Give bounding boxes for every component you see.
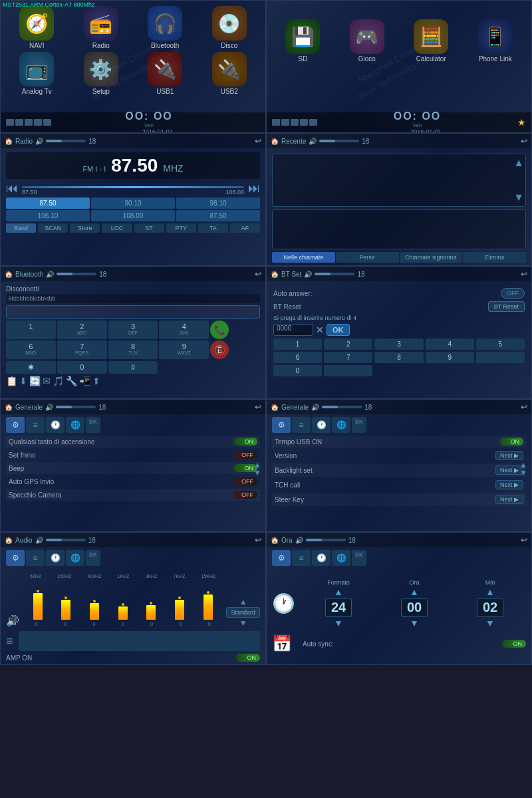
home-icon-audio[interactable]: 🏠 <box>5 537 13 544</box>
ns-6[interactable]: 6 <box>273 352 322 363</box>
ora-tab-globe[interactable]: 🌐 <box>332 550 350 566</box>
standard-btn[interactable]: Standard <box>226 607 260 618</box>
rb-pty[interactable]: PTY <box>166 223 196 233</box>
gen-r-tab-gear[interactable]: ⚙ <box>272 417 291 433</box>
toggle-usb[interactable]: ON <box>499 438 523 446</box>
call-red-btn[interactable]: 📵 <box>210 340 229 359</box>
menu-item-phonelink[interactable]: 📱 Phone Link <box>465 19 527 63</box>
menu-item-usb1[interactable]: 🔌 USB1 <box>134 52 196 95</box>
back-icon-gen-l[interactable]: ↩ <box>255 402 261 412</box>
audio-tab-gear[interactable]: ⚙ <box>6 550 25 566</box>
menu-item-sd[interactable]: 💾 SD <box>272 19 334 63</box>
num-7[interactable]: 7PQRS <box>57 340 107 359</box>
num-6[interactable]: 6MNO <box>6 340 56 359</box>
pin-clear-icon[interactable]: ✕ <box>316 325 324 335</box>
ora-tab-bk[interactable]: BK <box>352 550 366 566</box>
bt-reset-btn[interactable]: BT Reset <box>488 301 525 312</box>
menu-item-bluetooth[interactable]: 🎧 Bluetooth <box>134 6 196 49</box>
gen-r-tab-eq[interactable]: ≡ <box>292 417 311 433</box>
next-freq-btn[interactable]: ⏭ <box>248 182 260 196</box>
next-tch[interactable]: Next ▶ <box>495 480 523 489</box>
vol-slider-gen-r[interactable] <box>322 406 362 408</box>
preset-5[interactable]: 108.00 <box>91 210 175 221</box>
audio-tab-globe[interactable]: 🌐 <box>66 550 84 566</box>
formato-up[interactable]: ▲ <box>334 587 343 597</box>
bt-disconn-label[interactable]: Disconnetti <box>6 285 260 293</box>
rb-af[interactable]: AF <box>230 223 260 233</box>
num-1[interactable]: 1 <box>6 321 56 339</box>
rb-scan[interactable]: SCAN <box>38 223 68 233</box>
gen-tab-eq[interactable]: ≡ <box>26 417 45 433</box>
ns-7[interactable]: 7 <box>324 352 372 363</box>
scroll-dn-gen-r[interactable]: ▼ <box>519 469 527 477</box>
toggle-freno[interactable]: OFF <box>233 451 257 459</box>
formato-dn[interactable]: ▼ <box>334 618 343 628</box>
home-icon-bt[interactable]: 🏠 <box>5 271 13 278</box>
ns-4[interactable]: 4 <box>426 338 474 350</box>
toggle-gps[interactable]: OFF <box>233 477 257 485</box>
gen-r-tab-globe[interactable]: 🌐 <box>332 417 350 433</box>
bt-upload-icon[interactable]: ⬆ <box>92 376 100 386</box>
menu-item-setup[interactable]: ⚙️ Setup <box>70 52 132 95</box>
eq-bar-3[interactable] <box>90 600 99 620</box>
ns-8[interactable]: 8 <box>374 352 423 363</box>
tab-nelle-chiamate[interactable]: Nelle chiamate <box>272 252 335 263</box>
eq-scroll-up[interactable]: ▲ <box>239 598 247 606</box>
bt-transfer-icon[interactable]: 🔄 <box>29 376 41 386</box>
gen-tab-bk[interactable]: BK <box>86 417 100 433</box>
eq-bar-1[interactable] <box>33 590 43 620</box>
num-8[interactable]: 8TUV <box>108 340 158 359</box>
menu-item-navi[interactable]: 🧭 NAVI <box>6 6 68 49</box>
auto-answer-toggle[interactable]: OFF <box>501 288 525 299</box>
balance-bar[interactable] <box>19 631 260 651</box>
ns-1[interactable]: 1 <box>273 338 322 350</box>
tab-elimina[interactable]: Elimina <box>463 252 526 263</box>
ns-0[interactable]: 0 <box>273 365 322 376</box>
next-version[interactable]: Next ▶ <box>495 451 523 460</box>
rb-band[interactable]: Band <box>6 223 36 233</box>
preset-1[interactable]: 87.50 <box>6 198 90 209</box>
preset-6[interactable]: 87.50 <box>176 210 260 221</box>
audio-tab-eq[interactable]: ≡ <box>26 550 45 566</box>
menu-item-radio[interactable]: 📻 Radio <box>70 6 132 49</box>
num-star[interactable]: ✱ <box>6 361 56 374</box>
preset-3[interactable]: 98.10 <box>176 198 260 209</box>
audio-tab-bk[interactable]: BK <box>86 550 100 566</box>
ora-up[interactable]: ▲ <box>410 587 419 597</box>
menu-item-analogtv[interactable]: 📺 Analog Tv <box>6 52 68 95</box>
vol-slider-bt[interactable] <box>57 273 96 275</box>
rb-store[interactable]: Store <box>70 223 100 233</box>
back-icon-recente[interactable]: ↩ <box>521 136 527 146</box>
gen-tab-gear[interactable]: ⚙ <box>6 417 25 433</box>
home-icon-ora[interactable]: 🏠 <box>271 537 279 544</box>
eq-bar-7[interactable] <box>203 591 213 620</box>
vol-slider-gen-l[interactable] <box>56 406 96 408</box>
min-dn[interactable]: ▼ <box>485 618 495 628</box>
scroll-up-btn[interactable]: ▲ <box>513 157 524 169</box>
min-up[interactable]: ▲ <box>485 587 495 597</box>
ora-dn[interactable]: ▼ <box>410 618 419 628</box>
num-9[interactable]: 9WXYZ <box>159 340 209 359</box>
call-green-btn[interactable]: 📞 <box>210 321 229 339</box>
eq-bar-5[interactable] <box>146 602 156 620</box>
vol-slider-recente[interactable] <box>319 140 359 142</box>
rb-st[interactable]: ST <box>134 223 164 233</box>
toggle-accensione[interactable]: ON <box>233 438 257 446</box>
back-icon-gen-r[interactable]: ↩ <box>521 402 527 412</box>
vol-slider-ora[interactable] <box>306 539 346 541</box>
menu-item-calculator[interactable]: 🧮 Calculator <box>400 19 462 63</box>
tab-chiamate-sig[interactable]: Chiamate signorina <box>400 252 463 263</box>
gen-r-tab-bk[interactable]: BK <box>352 417 366 433</box>
home-icon-btset[interactable]: 🏠 <box>271 271 279 278</box>
ora-tab-eq[interactable]: ≡ <box>292 550 311 566</box>
bt-wrench-icon[interactable]: 🔧 <box>66 376 77 386</box>
preset-4[interactable]: 106.10 <box>6 210 90 221</box>
vol-slider-btset[interactable] <box>315 273 354 275</box>
vol-slider-audio[interactable] <box>46 539 86 541</box>
num-0[interactable]: 0 <box>57 361 107 374</box>
bt-download-icon[interactable]: ⬇ <box>19 376 27 386</box>
eq-scroll-dn[interactable]: ▼ <box>239 619 247 627</box>
prev-btn[interactable]: ⏮ <box>6 182 18 196</box>
amp-toggle[interactable]: ON <box>236 654 260 662</box>
home-icon-recente[interactable]: 🏠 <box>271 138 279 145</box>
